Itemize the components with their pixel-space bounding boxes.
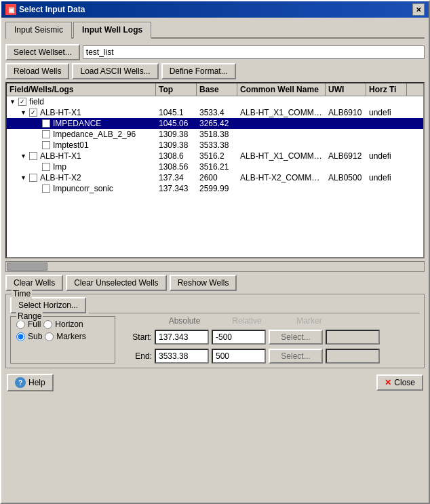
row-checkbox[interactable] bbox=[42, 119, 50, 128]
expand-icon: ▼ bbox=[20, 109, 26, 116]
start-select-button[interactable]: Select... bbox=[269, 330, 323, 345]
table-row[interactable]: ▼ ALB-HT-X2 137.34 2600 ALB-HT-X2_COMMON… bbox=[7, 172, 423, 183]
expand-icon: ▼ bbox=[20, 174, 26, 181]
wells-table[interactable]: Field/Wells/Logs Top Base Common Well Na… bbox=[5, 82, 425, 258]
table-row[interactable]: Imp 1308.56 3516.21 bbox=[7, 161, 423, 172]
horizon-row: Select Horizon... bbox=[10, 297, 420, 313]
row-label: field bbox=[29, 97, 44, 106]
tab-input-well-logs[interactable]: Input Well Logs bbox=[73, 22, 151, 39]
tree-rows: ▼ field ▼ ALB-HT-X1 bbox=[7, 96, 423, 194]
col-header-common: Common Well Name bbox=[237, 83, 326, 96]
load-ascii-wells-button[interactable]: Load ASCII Wells... bbox=[72, 63, 158, 79]
clear-unselected-wells-button[interactable]: Clear Unselected Wells bbox=[66, 275, 167, 291]
start-relative-input[interactable] bbox=[212, 330, 266, 345]
radio-horizon[interactable] bbox=[43, 320, 52, 329]
end-marker-input[interactable] bbox=[326, 349, 380, 364]
row-top: 1308.56 bbox=[156, 162, 197, 172]
values-area: Absolute Relative Marker Start: Select..… bbox=[121, 316, 420, 364]
end-label: End: bbox=[121, 351, 152, 361]
close-x-icon: ✕ bbox=[385, 378, 391, 387]
row-checkbox[interactable] bbox=[29, 174, 37, 182]
table-row[interactable]: Imptest01 1309.38 3533.38 bbox=[7, 140, 423, 151]
row-checkbox[interactable] bbox=[29, 152, 37, 160]
start-absolute-input[interactable] bbox=[155, 330, 209, 345]
close-button[interactable]: ✕ Close bbox=[376, 374, 423, 391]
action-buttons-row: Reload Wells Load ASCII Wells... Define … bbox=[5, 63, 425, 79]
end-relative-input[interactable] bbox=[212, 349, 266, 364]
reshow-wells-button[interactable]: Reshow Wells bbox=[170, 275, 237, 291]
horizon-tab-input[interactable] bbox=[89, 298, 420, 313]
row-top: 1309.38 bbox=[156, 140, 197, 150]
row-top: 1045.1 bbox=[156, 108, 197, 117]
title-bar: ▣ Select Input Data ✕ bbox=[1, 1, 429, 18]
scroll-thumb[interactable] bbox=[7, 263, 47, 271]
table-row[interactable]: Impedance_ALB_2_96 1309.38 3518.38 bbox=[7, 129, 423, 140]
row-common: ALB-HT-X2_COMMON bbox=[237, 173, 326, 182]
range-group-box: Range Full Horizon Sub Markers bbox=[10, 316, 115, 364]
start-label: Start: bbox=[121, 332, 152, 342]
row-label: Impedance_ALB_2_96 bbox=[53, 130, 136, 139]
tab-input-seismic[interactable]: Input Seismic bbox=[5, 22, 72, 39]
help-icon: ? bbox=[15, 377, 26, 388]
row-base: 2600 bbox=[197, 173, 237, 182]
end-select-button[interactable]: Select... bbox=[269, 349, 323, 364]
table-row[interactable]: ▼ ALB-HT-X1 1045.1 3533.4 ALB-HT_X1_COMM… bbox=[7, 107, 423, 118]
bottom-buttons-row: Clear Wells Clear Unselected Wells Resho… bbox=[5, 275, 425, 291]
row-label: ALB-HT-X2 bbox=[40, 173, 81, 182]
table-row[interactable]: ▼ ALB-HT-X1 1308.6 3516.2 ALB-HT_X1_COMM… bbox=[7, 151, 423, 161]
table-row[interactable]: ▼ field bbox=[7, 96, 423, 107]
row-top: 1045.06 bbox=[156, 119, 197, 128]
wellset-value: test_list bbox=[83, 45, 425, 59]
end-absolute-input[interactable] bbox=[155, 349, 209, 364]
range-group-label: Range bbox=[16, 311, 43, 321]
radio-full[interactable] bbox=[16, 320, 25, 329]
radio-sub[interactable] bbox=[16, 332, 25, 341]
radio-full-row: Full Horizon bbox=[16, 319, 109, 329]
help-button[interactable]: ? Help bbox=[7, 374, 54, 391]
table-row[interactable]: Impuncorr_sonic 137.343 2599.99 bbox=[7, 183, 423, 194]
row-checkbox[interactable] bbox=[42, 163, 50, 171]
table-row[interactable]: IMPEDANCE 1045.06 3265.42 bbox=[7, 118, 423, 129]
row-top: 1309.38 bbox=[156, 130, 197, 139]
row-uwi: ALB6910 bbox=[326, 108, 366, 117]
row-label: IMPEDANCE bbox=[53, 119, 101, 128]
row-base: 2599.99 bbox=[197, 184, 237, 193]
row-label: Imp bbox=[53, 162, 66, 172]
row-uwi: ALB6912 bbox=[326, 151, 366, 161]
col-header-base: Base bbox=[197, 83, 237, 96]
radio-sub-row: Sub Markers bbox=[16, 332, 109, 341]
row-checkbox[interactable] bbox=[42, 130, 50, 138]
radio-markers-label: Markers bbox=[56, 332, 85, 341]
row-label: Impuncorr_sonic bbox=[53, 184, 113, 193]
footer: ? Help ✕ Close bbox=[5, 371, 425, 394]
row-base: 3265.42 bbox=[197, 119, 237, 128]
select-wellset-button[interactable]: Select Wellset... bbox=[5, 44, 80, 60]
row-top: 137.343 bbox=[156, 184, 197, 193]
row-checkbox[interactable] bbox=[29, 109, 37, 117]
range-area: Range Full Horizon Sub Markers bbox=[10, 316, 420, 364]
expand-icon: ▼ bbox=[9, 98, 16, 105]
define-format-button[interactable]: Define Format... bbox=[161, 63, 236, 79]
row-checkbox[interactable] bbox=[42, 185, 50, 193]
horizontal-scrollbar[interactable] bbox=[5, 261, 425, 272]
start-marker-input[interactable] bbox=[326, 330, 380, 345]
row-label: ALB-HT-X1 bbox=[40, 108, 81, 117]
row-base: 3533.4 bbox=[197, 108, 237, 117]
app-icon: ▣ bbox=[5, 4, 16, 15]
row-checkbox[interactable] bbox=[18, 98, 26, 106]
col-header-horz: Horz Ti bbox=[366, 83, 407, 96]
col-header-field: Field/Wells/Logs bbox=[7, 83, 156, 96]
row-horz: undefi bbox=[366, 108, 407, 117]
window-close-button[interactable]: ✕ bbox=[412, 3, 425, 16]
col-header-absolute: Absolute bbox=[155, 316, 214, 326]
reload-wells-button[interactable]: Reload Wells bbox=[5, 63, 69, 79]
row-top: 137.34 bbox=[156, 173, 197, 182]
row-horz: undefi bbox=[366, 173, 407, 182]
col-header-top: Top bbox=[156, 83, 197, 96]
radio-markers[interactable] bbox=[45, 332, 54, 341]
row-checkbox[interactable] bbox=[42, 141, 50, 149]
main-window: ▣ Select Input Data ✕ Input Seismic Inpu… bbox=[0, 0, 430, 504]
row-common: ALB-HT_X1_COMMON bbox=[237, 151, 326, 161]
row-common: ALB-HT_X1_COMMON bbox=[237, 108, 326, 117]
tab-bar: Input Seismic Input Well Logs bbox=[5, 22, 425, 39]
